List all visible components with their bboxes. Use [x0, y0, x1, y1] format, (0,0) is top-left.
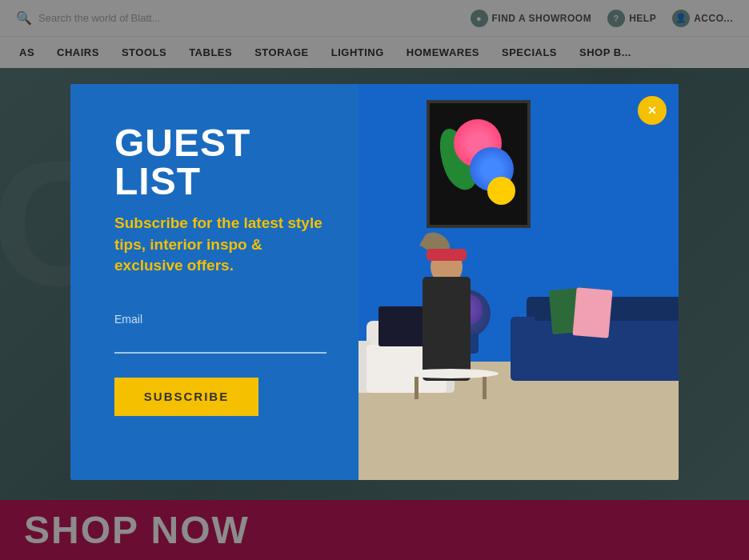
email-input[interactable]: [114, 330, 326, 354]
person-headband: [427, 249, 467, 261]
person-figure: [407, 221, 487, 381]
modal-content-left: GUEST LIST Subscribe for the latest styl…: [70, 84, 358, 480]
coffee-table-leg-right: [483, 377, 487, 399]
coffee-table-leg-left: [415, 377, 419, 399]
painting-yellow: [487, 177, 515, 205]
modal-image-right: [358, 84, 679, 480]
wall-painting: [427, 100, 531, 228]
email-label: Email: [114, 313, 326, 326]
subscribe-modal: GUEST LIST Subscribe for the latest styl…: [70, 84, 679, 480]
person-body: [423, 277, 471, 381]
cushion-pink: [572, 287, 612, 338]
modal-close-button[interactable]: ×: [638, 96, 667, 125]
coffee-table: [403, 369, 499, 401]
modal-title: GUEST LIST: [114, 124, 326, 201]
subscribe-button[interactable]: SUBSCRIBE: [114, 378, 258, 416]
blue-sofa: [511, 293, 679, 381]
modal-subtitle: Subscribe for the latest style tips, int…: [114, 213, 326, 277]
